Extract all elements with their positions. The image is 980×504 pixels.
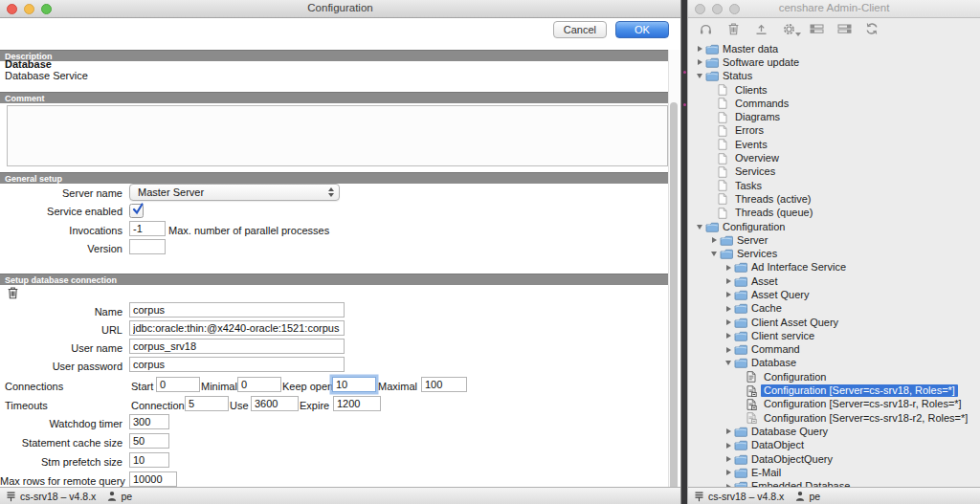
db-username-label: User name [0, 342, 122, 354]
tree-item[interactable]: Configuration [688, 370, 980, 383]
disclosure-triangle[interactable] [697, 74, 702, 78]
tree-item[interactable]: Ad Interface Service [688, 261, 980, 274]
db-password-input[interactable] [129, 357, 345, 372]
tree-item[interactable]: Client Asset Query [688, 316, 980, 329]
tree-item[interactable]: Server [688, 233, 980, 247]
tree-item[interactable]: Database [688, 357, 980, 370]
scrollbar-thumb[interactable] [670, 102, 678, 504]
disclosure-triangle[interactable] [726, 306, 731, 312]
admin-client-titlebar[interactable]: censhare Admin-Client [688, 0, 980, 18]
db-url-input[interactable] [129, 320, 345, 336]
disclosure-triangle[interactable] [698, 59, 702, 65]
stm-prefetch-size-input[interactable] [129, 452, 169, 468]
cancel-button[interactable]: Cancel [553, 21, 607, 38]
table-rows-icon[interactable] [809, 21, 824, 36]
tree-item[interactable]: Clients [688, 83, 980, 97]
connections-start-input[interactable] [156, 377, 200, 392]
tree-item[interactable]: Diagrams [688, 110, 980, 123]
tree-item[interactable]: Configuration [Server=cs-srv18-r2, Roles… [688, 411, 980, 425]
folder-icon [705, 44, 720, 55]
timeouts-expire-input[interactable] [333, 396, 381, 411]
settings-gear-icon[interactable] [781, 21, 796, 36]
tree-item[interactable]: Commands [688, 97, 980, 110]
comment-textarea[interactable] [7, 105, 668, 166]
tree-item[interactable]: Database Query [688, 425, 980, 438]
tree-item-label: Software update [720, 56, 802, 69]
tree-item[interactable]: Configuration [688, 220, 980, 233]
status-user-text: pe [121, 491, 132, 502]
connections-maximal-input[interactable] [421, 377, 467, 392]
tree-item[interactable]: Configuration [Server=cs-srv18, Roles=*] [688, 383, 980, 397]
connections-label: Connections [5, 381, 63, 392]
disclosure-triangle[interactable] [712, 237, 717, 243]
tree-item[interactable]: Services [688, 247, 980, 260]
ok-button[interactable]: OK [615, 21, 669, 38]
disclosure-triangle[interactable] [726, 278, 731, 284]
disclosure-triangle[interactable] [726, 319, 731, 325]
tree-item[interactable]: Threads (active) [688, 192, 980, 206]
tree-item[interactable]: Command [688, 343, 980, 357]
tree-item[interactable]: E-Mail [688, 466, 980, 479]
statement-cache-size-input[interactable] [129, 433, 169, 449]
desktop-artifact-dot [683, 103, 686, 106]
trash-icon[interactable] [725, 21, 741, 36]
version-input[interactable] [129, 239, 166, 254]
disclosure-triangle[interactable] [726, 265, 731, 271]
disclosure-triangle[interactable] [726, 428, 731, 434]
disclosure-triangle[interactable] [725, 361, 731, 365]
import-icon[interactable] [753, 21, 768, 36]
tree-item[interactable]: Cache [688, 302, 980, 316]
db-username-input[interactable] [129, 339, 345, 354]
timeouts-use-input[interactable] [251, 396, 299, 411]
connections-keepopen-input[interactable] [332, 377, 376, 392]
tree-item-label: DataObjectQuery [748, 453, 835, 466]
tree-item[interactable]: Status [688, 70, 980, 83]
headset-icon[interactable] [698, 21, 713, 36]
disclosure-triangle[interactable] [726, 456, 731, 462]
tree-item-label: Client service [748, 330, 817, 342]
tree-item[interactable]: Asset Query [688, 288, 980, 301]
tree-item-label: Threads (active) [732, 193, 813, 206]
table-columns-icon[interactable] [836, 21, 852, 36]
tree-item[interactable]: Services [688, 165, 980, 179]
timeouts-connection-input[interactable] [185, 396, 229, 411]
tree-item[interactable]: Configuration [Server=cs-srv18-r, Roles=… [688, 398, 980, 411]
tree-item[interactable]: Software update [688, 55, 980, 69]
tree-item[interactable]: Events [688, 138, 980, 151]
max-rows-remote-query-input[interactable] [129, 471, 177, 487]
watchdog-timer-input[interactable] [129, 414, 169, 429]
tree-item[interactable]: DataObject [688, 439, 980, 452]
dialog-scrollbar[interactable] [668, 50, 679, 487]
tree-item[interactable]: Master data [688, 42, 980, 55]
config-tree: Master dataSoftware updateStatusClientsC… [688, 40, 980, 487]
disclosure-triangle[interactable] [726, 443, 731, 449]
tree-item[interactable]: DataObjectQuery [688, 452, 980, 466]
tree-item[interactable]: Embedded Database [688, 480, 980, 488]
document-icon [718, 84, 732, 96]
invocations-input[interactable] [129, 221, 166, 236]
db-name-input[interactable] [129, 302, 345, 318]
dialog-titlebar[interactable]: Configuration [0, 0, 680, 18]
server-name-select[interactable]: Master Server [129, 184, 340, 201]
service-enabled-checkbox[interactable] [129, 204, 144, 218]
disclosure-triangle[interactable] [726, 470, 731, 475]
folder-icon [734, 318, 748, 328]
tree-item[interactable]: Client service [688, 329, 980, 342]
tree-item[interactable]: Asset [688, 274, 980, 288]
disclosure-triangle[interactable] [697, 225, 702, 230]
tree-item[interactable]: Tasks [688, 179, 980, 192]
connections-minimal-input[interactable] [237, 377, 281, 392]
disclosure-triangle[interactable] [726, 292, 731, 297]
disclosure-triangle[interactable] [698, 46, 702, 52]
disclosure-triangle[interactable] [726, 333, 731, 339]
disclosure-triangle[interactable] [726, 347, 731, 353]
tree-item[interactable]: Errors [688, 124, 980, 138]
disclosure-triangle[interactable] [711, 252, 717, 256]
configuration-dialog-window: Configuration Cancel OK Description Data… [0, 0, 681, 504]
delete-connection-trash-icon[interactable] [7, 286, 19, 299]
tree-item[interactable]: Overview [688, 151, 980, 164]
tree-item[interactable]: Threads (queue) [688, 207, 980, 220]
refresh-icon[interactable] [864, 21, 880, 36]
document-icon [718, 98, 732, 109]
db-name-label: Name [0, 306, 122, 318]
